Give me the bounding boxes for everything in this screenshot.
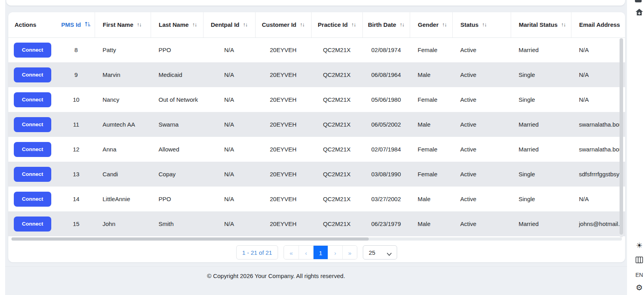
- column-header-gender[interactable]: Gender↑↓: [410, 12, 452, 37]
- connect-button[interactable]: Connect: [14, 142, 51, 157]
- cell-birth-date: 02/08/1974: [362, 37, 410, 62]
- cell-status: Active: [452, 112, 511, 137]
- patients-table: Actions PMS Id First Name↑↓: [8, 12, 625, 236]
- column-header-last-name[interactable]: Last Name↑↓: [151, 12, 203, 37]
- cell-last-name: Medicaid: [151, 62, 203, 87]
- cell-birth-date: 06/08/1964: [362, 62, 410, 87]
- page-1-button[interactable]: 1: [313, 246, 328, 260]
- table-body: Connect 8 Patty PPO N/A 20EYVEH QC2M21X …: [8, 37, 625, 236]
- cell-gender: Male: [410, 112, 452, 137]
- sort-ascending-active-icon[interactable]: [84, 21, 91, 28]
- copyright-text: © Copyright 2026 Your Company. All right…: [0, 273, 552, 279]
- cell-email: N/A: [571, 187, 625, 211]
- column-header-email-address: Email Address: [571, 12, 625, 37]
- sort-icon[interactable]: ↑↓: [400, 22, 405, 28]
- connect-button[interactable]: Connect: [14, 117, 51, 132]
- cell-pms-id: 13: [58, 162, 95, 187]
- cell-status: Active: [452, 62, 511, 87]
- cell-gender: Female: [410, 87, 452, 112]
- horizontal-scrollbar-thumb[interactable]: [11, 237, 369, 241]
- connect-button[interactable]: Connect: [14, 92, 51, 107]
- vertical-scrollbar-thumb[interactable]: [620, 38, 623, 235]
- cell-marital-status: Single: [511, 62, 571, 87]
- column-label: Marital Status: [519, 21, 558, 28]
- cell-pms-id: 9: [58, 62, 95, 87]
- sort-icon[interactable]: ↑↓: [300, 22, 305, 28]
- cell-practice-id: QC2M21X: [311, 37, 362, 62]
- connect-button[interactable]: Connect: [14, 67, 51, 82]
- right-utility-rail: [627, 0, 644, 295]
- pagination-bar: 1 - 21 of 21 « ‹ 1 › » 25: [8, 245, 625, 260]
- connect-button[interactable]: Connect: [14, 192, 51, 207]
- cell-practice-id: QC2M21X: [311, 211, 362, 236]
- cell-pms-id: 12: [58, 137, 95, 162]
- column-header-practice-id[interactable]: Practice Id↑↓: [311, 12, 362, 37]
- previous-page-button[interactable]: ‹: [299, 246, 313, 260]
- cell-customer-id: 20EYVEH: [255, 112, 311, 137]
- connect-button[interactable]: Connect: [14, 43, 51, 58]
- last-page-button[interactable]: »: [342, 246, 357, 260]
- cell-gender: Male: [410, 187, 452, 211]
- sort-icon[interactable]: ↑↓: [243, 22, 248, 28]
- cell-practice-id: QC2M21X: [311, 187, 362, 211]
- columns-icon[interactable]: [633, 256, 644, 265]
- cell-customer-id: 20EYVEH: [255, 87, 311, 112]
- settings-gear-icon[interactable]: ⚙: [633, 284, 644, 291]
- column-header-status[interactable]: Status↑↓: [452, 12, 511, 37]
- cell-last-name: Swarna: [151, 112, 203, 137]
- column-label: Customer Id: [262, 21, 297, 28]
- cell-email: swarnalatha.bou: [571, 112, 625, 137]
- cell-email: sdfsfrrrfggstbsy: [571, 162, 625, 187]
- cell-first-name: Anna: [95, 137, 151, 162]
- cell-first-name: Patty: [95, 37, 151, 62]
- column-header-first-name[interactable]: First Name↑↓: [95, 12, 151, 37]
- sort-icon[interactable]: ↑↓: [482, 22, 487, 28]
- horizontal-scrollbar[interactable]: [11, 237, 622, 241]
- cell-customer-id: 20EYVEH: [255, 137, 311, 162]
- column-header-marital-status[interactable]: Marital Status↑↓: [511, 12, 571, 37]
- table-row: Connect 13 Candi Copay N/A 20EYVEH QC2M2…: [8, 162, 625, 187]
- cell-marital-status: Single: [511, 187, 571, 211]
- column-header-birth-date[interactable]: Birth Date↑↓: [362, 12, 410, 37]
- sort-icon[interactable]: ↑↓: [192, 22, 197, 28]
- cell-gender: Male: [410, 62, 452, 87]
- cell-practice-id: QC2M21X: [311, 112, 362, 137]
- cell-practice-id: QC2M21X: [311, 87, 362, 112]
- cell-marital-status: Married: [511, 37, 571, 62]
- sort-icon[interactable]: ↑↓: [561, 22, 566, 28]
- top-toolbar-card: [6, 0, 625, 6]
- page-size-select[interactable]: 25: [363, 245, 397, 260]
- cell-dentpal-id: N/A: [203, 137, 255, 162]
- column-header-pms-id[interactable]: PMS Id: [58, 12, 95, 37]
- connect-button[interactable]: Connect: [14, 167, 51, 182]
- cell-first-name: Marvin: [95, 62, 151, 87]
- column-header-dentpal-id[interactable]: Dentpal Id↑↓: [203, 12, 255, 37]
- connect-button[interactable]: Connect: [14, 217, 51, 232]
- sort-icon[interactable]: ↑↓: [137, 22, 142, 28]
- first-page-button[interactable]: «: [284, 246, 299, 260]
- cell-first-name: Candi: [95, 162, 151, 187]
- vertical-scrollbar[interactable]: [620, 38, 623, 237]
- sort-icon[interactable]: ↑↓: [442, 22, 447, 28]
- cell-practice-id: QC2M21X: [311, 137, 362, 162]
- column-header-customer-id[interactable]: Customer Id↑↓: [255, 12, 311, 37]
- cell-actions: Connect: [8, 37, 58, 62]
- language-toggle[interactable]: EN: [633, 272, 644, 278]
- cell-dentpal-id: N/A: [203, 187, 255, 211]
- cell-last-name: Out of Network: [151, 87, 203, 112]
- pagination-range-label: 1 - 21 of 21: [236, 245, 278, 260]
- partial-device-icon[interactable]: [635, 0, 642, 2]
- cell-birth-date: 03/27/2002: [362, 187, 410, 211]
- cell-birth-date: 05/06/1980: [362, 87, 410, 112]
- sort-icon[interactable]: ↑↓: [351, 22, 356, 28]
- table-header-row: Actions PMS Id First Name↑↓: [8, 12, 625, 37]
- cell-marital-status: Single: [511, 87, 571, 112]
- next-page-button[interactable]: ›: [328, 246, 342, 260]
- theme-light-icon[interactable]: ☀: [633, 242, 644, 250]
- cell-actions: Connect: [8, 87, 58, 112]
- cell-birth-date: 02/07/1984: [362, 137, 410, 162]
- cell-pms-id: 15: [58, 211, 95, 236]
- home-add-icon[interactable]: [633, 8, 644, 18]
- cell-actions: Connect: [8, 112, 58, 137]
- column-label: Dentpal Id: [211, 21, 239, 28]
